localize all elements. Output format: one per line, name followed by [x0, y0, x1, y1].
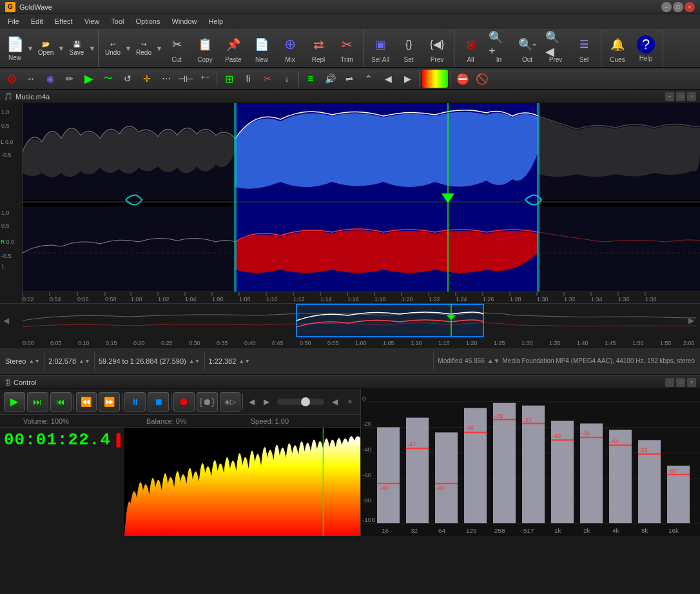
close-button[interactable]: × [685, 2, 695, 12]
scroll-right-btn[interactable]: ▶ [398, 70, 416, 88]
waveform-close[interactable]: × [687, 92, 696, 101]
mix-button[interactable]: ⊕ Mix [276, 31, 304, 66]
rewind-button[interactable]: ⏪ [76, 392, 97, 411]
repl-button[interactable]: ⇄ Repl [304, 31, 333, 66]
menu-edit[interactable]: Edit [26, 16, 48, 26]
waveform-svg[interactable] [23, 103, 700, 303]
pause-button[interactable]: ⏸ [124, 392, 146, 411]
menu-view[interactable]: View [79, 16, 105, 26]
zoom-all-button[interactable]: ⊠ All [456, 31, 485, 66]
output-button[interactable]: ◈▷ [220, 392, 241, 411]
stop-button[interactable]: ⏹ [148, 392, 169, 411]
undo-button-group[interactable]: ↩ Undo ▼ [101, 31, 131, 66]
new-button[interactable]: 📄 New [3, 31, 27, 66]
duration-arrow[interactable]: ▲▼ [79, 358, 90, 364]
selall-button[interactable]: ▣ Sel All [366, 31, 394, 66]
skip-end-button[interactable]: ⏮ [50, 392, 72, 411]
time-cursor[interactable]: ▐ [112, 433, 121, 447]
waveform-maximize[interactable]: □ [676, 92, 685, 101]
pencil-button[interactable]: ✏ [61, 70, 79, 88]
format-arrow[interactable]: ▲▼ [487, 357, 500, 364]
loop-button[interactable]: ↺ [119, 70, 137, 88]
scroll-left-btn[interactable]: ◀ [379, 70, 397, 88]
pitch-btn[interactable]: ⌃ [360, 70, 378, 88]
channels-arrow[interactable]: ▲▼ [28, 358, 40, 364]
spectrum-btn[interactable]: ≡ [302, 70, 320, 88]
redo-button-group[interactable]: ↪ Redo ▼ [131, 31, 162, 66]
menu-file[interactable]: File [3, 16, 24, 26]
balance-close-button[interactable]: × [344, 395, 356, 409]
effect-redo-btn[interactable]: 🚫 [473, 70, 491, 88]
save-button-group[interactable]: 💾 Save ▼ [64, 31, 95, 66]
stop-red-button[interactable]: ⊘ [3, 70, 21, 88]
svg-text:1:06: 1:06 [212, 296, 224, 302]
open-arrow[interactable]: ▼ [58, 31, 64, 66]
open-button-group[interactable]: 📂 Open ▼ [34, 31, 64, 66]
balance-down-button[interactable]: ◀ [329, 395, 342, 409]
balance-btn[interactable]: ⇌ [340, 70, 358, 88]
sel-zoom-button[interactable]: ☰ Sel [570, 31, 598, 66]
volume-icon-btn[interactable]: 🔊 [321, 70, 339, 88]
markers-button[interactable]: ⊞ [220, 70, 238, 88]
waveform-display[interactable]: 1.0 0.5 L 0.0 -0.5 1.0 0.5 R 0.0 [0, 103, 700, 303]
control-minimize[interactable]: − [665, 378, 674, 387]
paste-marker-button[interactable]: ↓ [278, 70, 296, 88]
zoom-in-button[interactable]: 🔍+ In [485, 31, 513, 66]
set-button[interactable]: {} Set [394, 31, 423, 66]
fast-forward-button[interactable]: ⏩ [99, 392, 120, 411]
open-button[interactable]: 📂 Open [34, 31, 58, 66]
undo-arrow[interactable]: ▼ [125, 31, 131, 66]
arrow-right-button[interactable]: ▶ [80, 70, 98, 88]
waveform-minimize[interactable]: − [665, 92, 674, 101]
undo-button[interactable]: ↩ Undo [101, 31, 125, 66]
trim-button[interactable]: ✂ Trim [333, 31, 361, 66]
noise-button[interactable]: ﬁ [239, 70, 257, 88]
compress-button[interactable]: ⊣⊢ [177, 70, 195, 88]
prev-button[interactable]: {◀} Prev [423, 31, 451, 66]
select-button[interactable]: ◉ [41, 70, 59, 88]
help-button[interactable]: ? Help [632, 31, 660, 66]
play-button[interactable]: ▶ [4, 392, 25, 411]
volume-thumb[interactable] [301, 397, 310, 406]
overview-panel[interactable]: 0:00 0:05 0:10 0:15 0:20 0:25 0:30 0:35 … [0, 303, 700, 347]
wave-button[interactable]: 〜 [99, 70, 117, 88]
new-arrow[interactable]: ▼ [27, 31, 34, 66]
record-loop-button[interactable]: {⏺} [197, 392, 218, 411]
cut-button[interactable]: ✂ Cut [162, 31, 191, 66]
cursor-arrow[interactable]: ▲▼ [238, 358, 250, 364]
paste-button[interactable]: 📌 Paste [219, 31, 248, 66]
save-arrow[interactable]: ▼ [89, 31, 95, 66]
redo-button[interactable]: ↪ Redo [131, 31, 156, 66]
normalize-button[interactable]: ⁺⁻ [196, 70, 214, 88]
cut-marker-button[interactable]: ✂ [258, 70, 277, 88]
effect-undo-btn[interactable]: ⛔ [454, 70, 472, 88]
copy-button[interactable]: 📋 Copy [191, 31, 219, 66]
menu-tool[interactable]: Tool [106, 16, 129, 26]
record-button[interactable]: ⏺ [173, 392, 195, 411]
volume-up-button[interactable]: ▶ [260, 395, 273, 409]
menu-help[interactable]: Help [204, 16, 229, 26]
overview-svg[interactable]: 0:00 0:05 0:10 0:15 0:20 0:25 0:30 0:35 … [0, 304, 700, 347]
volume-slider[interactable] [277, 399, 324, 405]
crosshair-button[interactable]: ✛ [138, 70, 156, 88]
selection-arrow[interactable]: ▲▼ [189, 358, 200, 364]
volume-down-button[interactable]: ◀ [245, 395, 258, 409]
maximize-button[interactable]: □ [673, 2, 683, 12]
redo-arrow[interactable]: ▼ [156, 31, 162, 66]
prev2-button[interactable]: 🔍◀ Prev [541, 31, 570, 66]
vumeter-btn[interactable] [422, 70, 448, 88]
save-button[interactable]: 💾 Save [64, 31, 89, 66]
fade-button[interactable]: ⋯ [157, 70, 175, 88]
cues-button[interactable]: 🔔 Cues [603, 31, 632, 66]
skip-start-button[interactable]: ⏭ [27, 392, 48, 411]
new-button-group[interactable]: 📄 New ▼ [3, 31, 34, 66]
menu-effect[interactable]: Effect [50, 16, 78, 26]
move-button[interactable]: ↔ [22, 70, 40, 88]
menu-options[interactable]: Options [130, 16, 165, 26]
control-maximize[interactable]: □ [676, 378, 685, 387]
zoom-out-button[interactable]: 🔍- Out [513, 31, 541, 66]
control-close[interactable]: × [687, 378, 696, 387]
minimize-button[interactable]: − [661, 2, 672, 12]
menu-window[interactable]: Window [166, 16, 202, 26]
new2-button[interactable]: 📄 New [248, 31, 276, 66]
